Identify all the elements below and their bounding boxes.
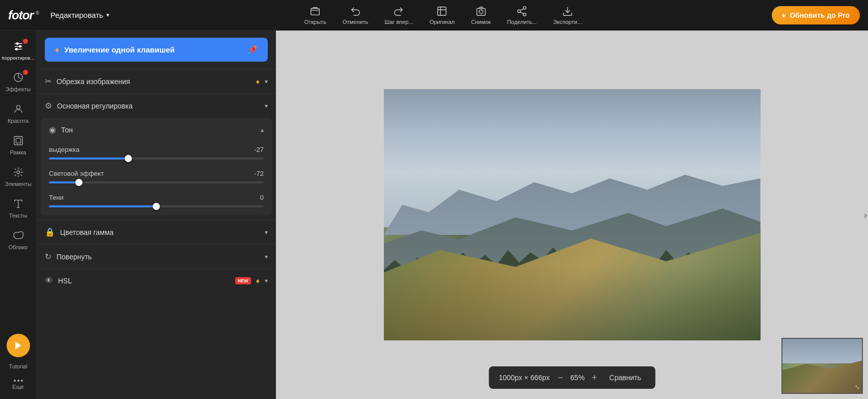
more-button[interactable]: Еще bbox=[0, 375, 36, 395]
sidebar-item-cloud[interactable]: Облако bbox=[0, 224, 36, 255]
panel-section-adjust: ⚙ Основная регулировка ▾ bbox=[37, 93, 276, 118]
svg-rect-0 bbox=[311, 8, 320, 15]
panel-section-rotate: ↻ Повернуть ▾ bbox=[37, 244, 276, 269]
ton-section: ◉ Тон ▴ выдержка -27 bbox=[41, 118, 272, 216]
sidebar-item-text[interactable]: Тексты bbox=[0, 192, 36, 224]
svg-point-18 bbox=[17, 171, 20, 174]
zoom-in-button[interactable]: + bbox=[592, 373, 597, 383]
tutorial-button[interactable]: Tutorial bbox=[0, 326, 36, 375]
hsl-chevron-icon: ▾ bbox=[265, 277, 268, 284]
crop-section-header[interactable]: ✂ Обрезка изображения ♦ ▾ bbox=[45, 69, 268, 93]
ton-section-header[interactable]: ◉ Тон ▴ bbox=[41, 118, 272, 142]
svg-point-3 bbox=[479, 10, 483, 13]
undo-icon bbox=[350, 6, 361, 17]
ton-icon: ◉ bbox=[49, 125, 56, 135]
rotate-section-header[interactable]: ↻ Повернуть ▾ bbox=[45, 245, 268, 269]
crown-icon: ♦ bbox=[782, 11, 786, 19]
topbar: fotor ® Редактировать ▾ Открыть Отменить… bbox=[0, 0, 868, 31]
panel-section-hsl: 👁 HSL NEW ♦ ▾ bbox=[37, 269, 276, 292]
topbar-right: ♦ Обновить до Pro bbox=[772, 6, 860, 24]
sidebar-item-beauty[interactable]: Красота bbox=[0, 97, 36, 129]
shadows-label: Тени bbox=[49, 194, 64, 201]
redo-icon bbox=[393, 6, 404, 17]
svg-point-15 bbox=[16, 105, 20, 109]
highlight-thumb bbox=[75, 179, 82, 186]
thumbnail-preview: ⤡ bbox=[781, 338, 868, 399]
shadows-value: 0 bbox=[260, 194, 264, 201]
resize-icon: ⤡ bbox=[855, 384, 860, 391]
svg-point-13 bbox=[15, 48, 17, 50]
snapshot-action[interactable]: Снимок bbox=[471, 6, 491, 25]
topbar-actions: Открыть Отменить Шаг впер... Оригинал Сн… bbox=[115, 6, 772, 25]
original-icon bbox=[436, 6, 447, 17]
zoom-out-button[interactable]: − bbox=[558, 373, 564, 383]
highlight-label: Световой эффект bbox=[49, 170, 104, 177]
adjust-section-header[interactable]: ⚙ Основная регулировка ▾ bbox=[45, 94, 268, 118]
zoom-controls: − 65% + bbox=[558, 373, 597, 383]
crop-chevron-icon: ▾ bbox=[265, 78, 268, 85]
sidebar-item-effects[interactable]: Эффекты bbox=[0, 66, 36, 97]
panel-collapse-button[interactable]: › bbox=[864, 209, 867, 220]
tutorial-icon bbox=[7, 334, 30, 357]
edit-menu-button[interactable]: Редактировать ▾ bbox=[45, 8, 115, 22]
svg-rect-17 bbox=[16, 138, 20, 143]
hsl-new-badge: NEW bbox=[235, 277, 251, 284]
enhance-button[interactable]: ♦ Увеличение одной клавишей 📌 bbox=[45, 38, 268, 62]
effects-badge bbox=[23, 70, 28, 75]
share-icon bbox=[516, 6, 527, 17]
compare-button[interactable]: Сравнить bbox=[605, 371, 645, 384]
pin-icon: 📌 bbox=[247, 45, 258, 55]
shadows-thumb bbox=[153, 203, 160, 210]
hill-overlay bbox=[384, 265, 761, 340]
colorgrade-icon: 🔒 bbox=[45, 227, 55, 237]
open-icon bbox=[310, 6, 321, 17]
svg-point-12 bbox=[19, 45, 21, 47]
snapshot-icon bbox=[475, 6, 487, 17]
panel-section-crop: ✂ Обрезка изображения ♦ ▾ bbox=[37, 69, 276, 93]
exposure-fill bbox=[49, 157, 128, 159]
colorgrade-section-header[interactable]: 🔒 Цветовая гамма ▾ bbox=[45, 220, 268, 244]
topbar-left: fotor ® Редактировать ▾ bbox=[8, 8, 115, 22]
upgrade-button[interactable]: ♦ Обновить до Pro bbox=[772, 6, 860, 24]
svg-rect-16 bbox=[14, 137, 22, 145]
rotate-icon: ↻ bbox=[45, 252, 51, 261]
frame-icon bbox=[12, 134, 25, 147]
image-size-label: 1000px × 666px bbox=[499, 374, 550, 382]
sidebar-item-elements[interactable]: Элементы bbox=[0, 161, 36, 192]
adjust-chevron-icon: ▾ bbox=[265, 102, 268, 110]
svg-rect-1 bbox=[438, 7, 446, 15]
ton-chevron-icon: ▴ bbox=[261, 126, 264, 134]
beauty-icon bbox=[12, 102, 25, 116]
hsl-crown-icon: ♦ bbox=[256, 277, 260, 285]
rotate-chevron-icon: ▾ bbox=[265, 253, 268, 260]
elements-icon bbox=[12, 166, 25, 179]
edit-badge bbox=[23, 39, 28, 44]
svg-point-6 bbox=[523, 13, 526, 15]
hsl-section-header[interactable]: 👁 HSL NEW ♦ ▾ bbox=[45, 269, 268, 292]
hsl-icon: 👁 bbox=[45, 276, 53, 285]
adjust-icon: ⚙ bbox=[45, 101, 52, 111]
undo-action[interactable]: Отменить bbox=[343, 6, 368, 25]
exposure-slider-row: выдержка -27 bbox=[49, 146, 264, 159]
redo-action[interactable]: Шаг впер... bbox=[384, 6, 413, 25]
open-action[interactable]: Открыть bbox=[304, 6, 326, 25]
crop-icon: ✂ bbox=[45, 76, 51, 86]
export-action[interactable]: Экспорти... bbox=[553, 6, 582, 25]
export-icon bbox=[562, 6, 573, 17]
main-area: Корректиров... Эффекты Красота Рамка bbox=[0, 31, 868, 399]
sidebar-item-edit[interactable]: Корректиров... bbox=[0, 35, 36, 66]
shadows-fill bbox=[49, 205, 156, 207]
panel-section-colorgrade: 🔒 Цветовая гамма ▾ bbox=[37, 220, 276, 244]
share-action[interactable]: Поделить... bbox=[507, 6, 537, 25]
canvas-area: 1000px × 666px − 65% + Сравнить › ⤡ bbox=[276, 31, 868, 399]
canvas-image bbox=[384, 89, 761, 340]
logo: fotor ® bbox=[8, 8, 39, 22]
cloud-icon bbox=[12, 229, 25, 242]
svg-point-5 bbox=[518, 10, 521, 13]
highlight-fill bbox=[49, 181, 79, 183]
more-dots-icon bbox=[14, 380, 23, 382]
original-action[interactable]: Оригинал bbox=[430, 6, 455, 25]
sidebar-item-frame[interactable]: Рамка bbox=[0, 129, 36, 161]
svg-point-4 bbox=[523, 6, 526, 9]
landscape-visual bbox=[384, 89, 761, 340]
